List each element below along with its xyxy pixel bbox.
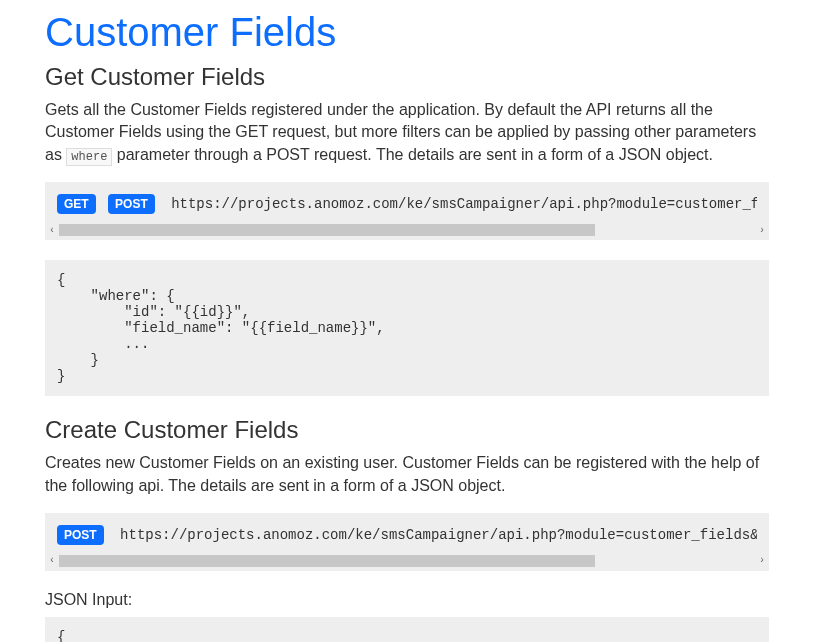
desc-text-post: parameter through a POST request. The de… [112, 146, 713, 163]
http-method-badge-post: POST [57, 525, 104, 545]
scrollbar-track[interactable] [59, 224, 755, 236]
endpoint-block-get: GET POST https://projects.anomoz.com/ke/… [45, 182, 769, 240]
chevron-right-icon[interactable]: › [755, 225, 769, 236]
chevron-right-icon[interactable]: › [755, 555, 769, 566]
json-input-label: JSON Input: [45, 591, 769, 609]
section-heading-get: Get Customer Fields [45, 63, 769, 91]
inline-code-where: where [66, 148, 112, 166]
page-title: Customer Fields [45, 10, 769, 55]
chevron-left-icon[interactable]: ‹ [45, 555, 59, 566]
section-desc-get: Gets all the Customer Fields registered … [45, 99, 769, 166]
section-heading-create: Create Customer Fields [45, 416, 769, 444]
horizontal-scrollbar[interactable]: ‹ › [45, 555, 769, 567]
chevron-left-icon[interactable]: ‹ [45, 225, 59, 236]
scrollbar-track[interactable] [59, 555, 755, 567]
endpoint-url-get: https://projects.anomoz.com/ke/smsCampai… [171, 196, 757, 212]
scrollbar-thumb[interactable] [59, 555, 595, 567]
json-body-get: { "where": { "id": "{{id}}", "field_name… [45, 260, 769, 396]
http-method-badge-get: GET [57, 194, 96, 214]
http-method-badge-post: POST [108, 194, 155, 214]
endpoint-block-create: POST https://projects.anomoz.com/ke/smsC… [45, 513, 769, 571]
section-desc-create: Creates new Customer Fields on an existi… [45, 452, 769, 497]
endpoint-url-create: https://projects.anomoz.com/ke/smsCampai… [120, 527, 757, 543]
scrollbar-thumb[interactable] [59, 224, 595, 236]
json-body-create-partial: { "create": { [45, 617, 769, 642]
horizontal-scrollbar[interactable]: ‹ › [45, 224, 769, 236]
